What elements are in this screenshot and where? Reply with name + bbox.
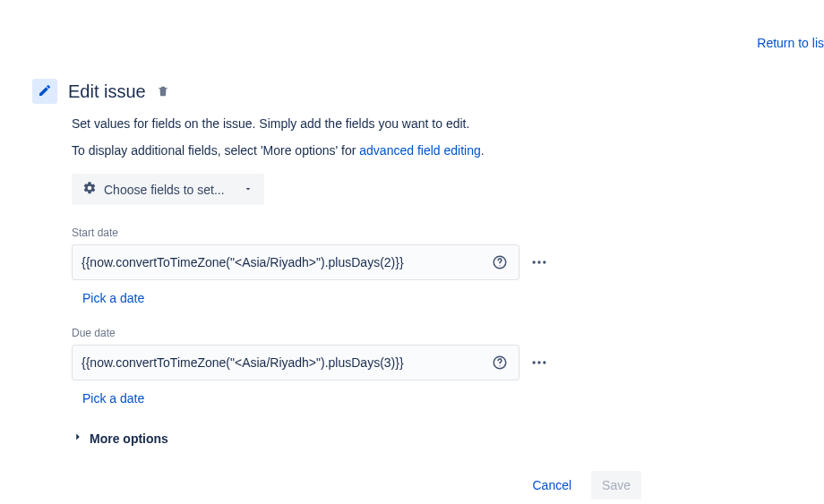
help-icon[interactable] — [488, 254, 511, 270]
svg-point-6 — [499, 365, 500, 366]
trash-icon[interactable] — [157, 85, 169, 98]
description-line-2: To display additional fields, select 'Mo… — [72, 143, 641, 158]
more-actions-icon[interactable] — [530, 354, 548, 372]
panel-title: Edit issue — [68, 81, 146, 102]
chevron-down-icon — [243, 183, 253, 197]
description-line-1: Set values for fields on the issue. Simp… — [72, 116, 641, 131]
due-date-row — [72, 345, 641, 380]
description-2-suffix: . — [481, 143, 485, 158]
cancel-button[interactable]: Cancel — [521, 471, 582, 500]
edit-icon-badge — [32, 79, 57, 104]
panel-header: Edit issue — [32, 79, 641, 104]
edit-issue-panel: Edit issue Set values for fields on the … — [32, 79, 641, 500]
start-date-field: Start date Pick a date — [72, 226, 641, 305]
due-date-input[interactable] — [82, 355, 488, 370]
due-date-input-wrap — [72, 345, 519, 380]
more-options-label: More options — [90, 431, 168, 446]
pencil-icon — [38, 83, 52, 100]
footer-actions: Cancel Save — [72, 471, 641, 500]
choose-fields-button[interactable]: Choose fields to set... — [72, 174, 264, 205]
help-icon[interactable] — [488, 355, 511, 371]
start-date-pick-link[interactable]: Pick a date — [82, 291, 641, 305]
due-date-pick-link[interactable]: Pick a date — [82, 391, 641, 406]
svg-point-4 — [543, 261, 545, 263]
gear-icon — [82, 181, 97, 198]
svg-point-9 — [543, 361, 545, 363]
choose-fields-label: Choose fields to set... — [104, 183, 225, 197]
start-date-row — [72, 244, 641, 280]
due-date-label: Due date — [72, 327, 641, 339]
start-date-input[interactable] — [82, 255, 488, 269]
svg-point-2 — [533, 261, 536, 263]
save-button[interactable]: Save — [591, 471, 641, 500]
advanced-field-editing-link[interactable]: advanced field editing — [359, 143, 480, 158]
return-to-list-link[interactable]: Return to lis — [757, 36, 824, 50]
svg-point-7 — [533, 361, 536, 363]
svg-point-3 — [537, 261, 540, 263]
description-2-prefix: To display additional fields, select 'Mo… — [72, 143, 359, 158]
due-date-field: Due date Pick a date — [72, 327, 641, 406]
chevron-right-icon — [72, 431, 84, 446]
start-date-input-wrap — [72, 244, 519, 280]
svg-point-1 — [499, 265, 500, 266]
svg-point-8 — [537, 361, 540, 363]
more-actions-icon[interactable] — [530, 253, 548, 271]
start-date-label: Start date — [72, 226, 641, 239]
more-options-toggle[interactable]: More options — [72, 431, 641, 446]
panel-content: Set values for fields on the issue. Simp… — [72, 116, 641, 500]
